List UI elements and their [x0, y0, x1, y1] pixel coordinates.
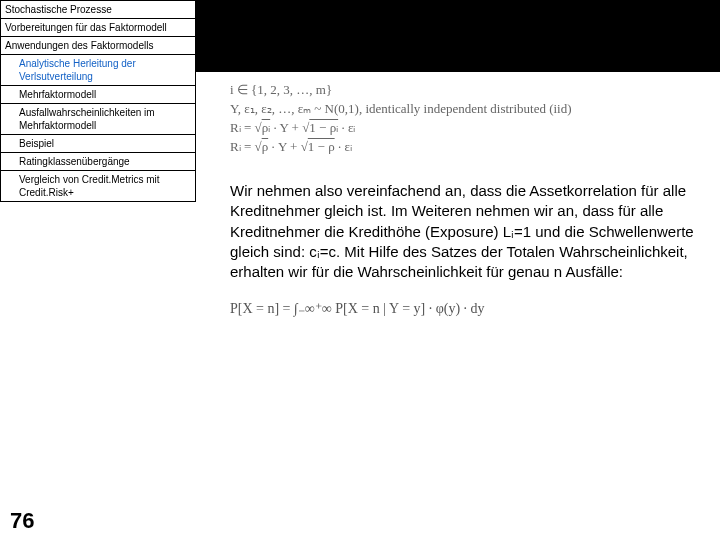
nav-beispiel[interactable]: Beispiel — [0, 135, 196, 153]
formula-line-1: i ∈ {1, 2, 3, …, m} — [230, 82, 694, 98]
nav-analytische[interactable]: Analytische Herleitung der Verlsutvertei… — [0, 55, 196, 86]
nav-vorbereitungen[interactable]: Vorbereitungen für das Faktormodell — [0, 19, 196, 37]
nav-ausfall[interactable]: Ausfallwahrscheinlichkeiten im Mehrfakto… — [0, 104, 196, 135]
main-content: Wir betrachten ein Portfolio mit m Kredi… — [196, 0, 720, 540]
body-text: Wir nehmen also vereinfachend an, dass d… — [230, 181, 694, 282]
page-number: 76 — [10, 508, 34, 534]
nav-mehrfaktor[interactable]: Mehrfaktormodell — [0, 86, 196, 104]
formula-line-3: Rᵢ = √ρᵢ · Y + √1 − ρᵢ · εᵢ — [230, 120, 694, 136]
nav-stochastische[interactable]: Stochastische Prozesse — [0, 0, 196, 19]
formula-line-4: Rᵢ = √ρ · Y + √1 − ρ · εᵢ — [230, 139, 694, 155]
intro-text: Wir betrachten ein Portfolio mit m Kredi… — [230, 54, 694, 72]
nav-anwendungen[interactable]: Anwendungen des Faktormodells — [0, 37, 196, 55]
nav-rating[interactable]: Ratingklassenübergänge — [0, 153, 196, 171]
sidebar: Stochastische Prozesse Vorbereitungen fü… — [0, 0, 196, 540]
nav-vergleich[interactable]: Vergleich von Credit.Metrics mit Credit.… — [0, 171, 196, 202]
formula-block: i ∈ {1, 2, 3, …, m} Y, ε₁, ε₂, …, εₘ ~ N… — [230, 82, 694, 155]
integral-formula: P[X = n] = ∫₋∞⁺∞ P[X = n | Y = y] · φ(y)… — [230, 300, 694, 317]
formula-line-2: Y, ε₁, ε₂, …, εₘ ~ N(0,1), identically i… — [230, 101, 694, 117]
